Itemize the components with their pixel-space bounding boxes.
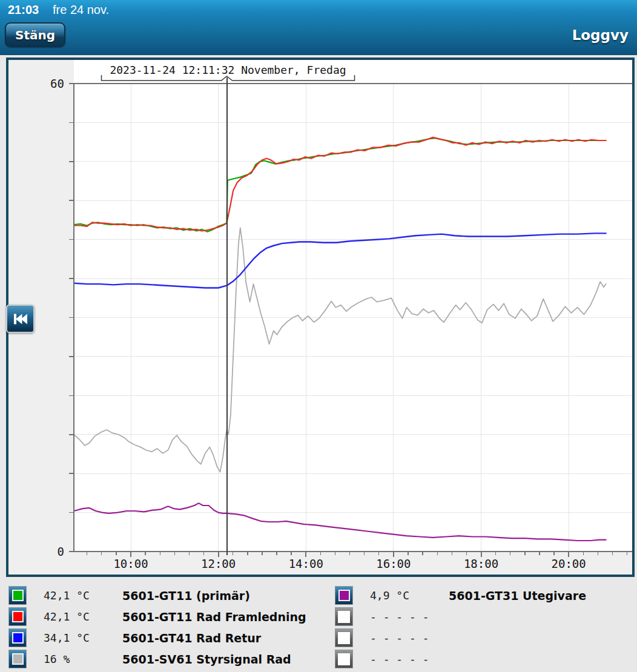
legend-name: 5601-GT11 Rad Framledning xyxy=(122,610,306,624)
legend-item: - - - - - xyxy=(335,648,586,670)
legend-swatch[interactable] xyxy=(8,628,27,647)
legend-item: 4,9 °C5601-GT31 Utegivare xyxy=(335,585,586,606)
legend-swatch-color xyxy=(12,611,24,622)
log-chart[interactable]: 10:0012:0014:0016:0018:0020:006002023-11… xyxy=(0,0,637,672)
legend-value: 34,1 °C xyxy=(44,631,122,644)
legend-name: 5601-GT31 Utegivare xyxy=(449,589,586,602)
legend-column-left: 42,1 °C5601-GT11 (primär)42,1 °C5601-GT1… xyxy=(8,585,306,670)
x-tick-label: 12:00 xyxy=(201,557,236,570)
legend-swatch[interactable] xyxy=(8,650,27,668)
legend-value: 16 % xyxy=(44,653,122,665)
y-tick-label: 60 xyxy=(50,77,64,90)
legend-column-right: 4,9 °C5601-GT31 Utegivare- - - - -- - - … xyxy=(335,585,586,670)
legend-swatch[interactable] xyxy=(335,586,353,605)
legend-swatch-color xyxy=(338,611,350,623)
x-tick-label: 16:00 xyxy=(376,557,411,570)
legend-swatch-color xyxy=(12,632,24,644)
legend-swatch[interactable] xyxy=(335,607,353,626)
legend-swatch-color xyxy=(338,632,350,644)
rewind-button[interactable] xyxy=(6,305,35,333)
legend-item: - - - - - xyxy=(335,627,586,648)
legend-value: 42,1 °C xyxy=(44,589,122,602)
legend-name: 5601-GT41 Rad Retur xyxy=(122,631,261,645)
x-tick-label: 20:00 xyxy=(552,557,586,570)
legend-swatch-color xyxy=(338,590,350,601)
legend-value: - - - - - xyxy=(370,653,449,665)
legend-name: 5601-SV61 Styrsignal Rad xyxy=(122,653,291,666)
legend-swatch[interactable] xyxy=(8,586,27,605)
x-tick-label: 10:00 xyxy=(113,557,148,570)
legend-item: 42,1 °C5601-GT11 Rad Framledning xyxy=(8,606,306,627)
legend-value: 42,1 °C xyxy=(44,610,122,623)
skip-to-start-icon xyxy=(13,312,28,326)
legend-swatch-color xyxy=(338,653,350,665)
legend-swatch-color xyxy=(12,653,24,665)
legend-swatch[interactable] xyxy=(335,650,353,668)
legend-item: 16 %5601-SV61 Styrsignal Rad xyxy=(8,648,306,670)
x-tick-label: 18:00 xyxy=(464,557,498,570)
x-tick-label: 14:00 xyxy=(289,557,323,570)
legend-value: 4,9 °C xyxy=(370,589,449,602)
legend-value: - - - - - xyxy=(370,631,449,644)
legend-item: - - - - - xyxy=(335,606,586,627)
legend-name: 5601-GT11 (primär) xyxy=(122,589,250,602)
cursor-time-label: 2023-11-24 12:11:32 November, Fredag xyxy=(110,64,346,76)
legend-value: - - - - - xyxy=(370,610,449,623)
legend-item: 34,1 °C5601-GT41 Rad Retur xyxy=(8,627,306,648)
y-tick-label: 0 xyxy=(58,545,64,558)
legend-swatch[interactable] xyxy=(8,607,27,626)
legend-swatch-color xyxy=(12,590,24,601)
legend-swatch[interactable] xyxy=(335,628,353,647)
legend-item: 42,1 °C5601-GT11 (primär) xyxy=(8,585,306,606)
